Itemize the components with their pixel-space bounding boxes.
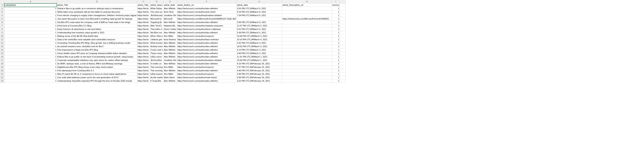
cell-A21[interactable]: 1 [4,72,57,76]
cell-G12[interactable]: 3:42 PM UTC‚Ä¢March 4, 2021 [236,41,282,45]
cell-H22[interactable] [282,76,332,79]
cell-H21[interactable] [282,72,332,76]
cell-J3[interactable] [340,10,346,14]
cell-F22[interactable]: https://techcrunch.com/author/mark-harri… [177,76,236,79]
cell-F15[interactable]: https://techcrunch.com/author/alex-wilhe… [177,52,236,55]
cell-B3[interactable]: White-label voice assistants will win th… [57,10,137,14]
cell-D17[interactable]: ‚ÄúYou‚Äôre [150,59,164,62]
cell-B19[interactable]: DigitalOcean‚Äôs IPO filing shows a two-… [57,66,137,69]
cell-J16[interactable] [340,55,346,59]
cell-A14[interactable]: 1 [4,48,57,52]
cell-J4[interactable] [340,14,346,17]
cell-G16[interactable]: 11:41 PM UTC‚Ä¢March 1, 2021 [236,55,282,59]
cell-I10[interactable]: 1 [332,35,340,38]
cell-H20[interactable] [282,69,332,72]
cell-I23[interactable]: 1 [332,79,340,83]
cell-A15[interactable]: 1 [4,52,57,55]
row-header[interactable]: 4 [0,14,4,17]
cell-E23[interactable]: Alex Wilheln [164,79,177,83]
cell-E7[interactable]: Natasha Ma [164,24,177,28]
cell-G15[interactable]: 3:46 PM UTC‚Ä¢March 2, 2021 [236,52,282,55]
cell-C16[interactable]: https://techc [137,55,150,59]
cell-H4[interactable] [282,14,332,17]
cell-H5[interactable]: https://mktoevents.com/Microsoft+Event/2… [282,17,332,21]
cell-B2[interactable]: Global-e files to go public as e-commerc… [57,7,137,10]
cell-J10[interactable] [340,35,346,38]
cell-D3[interactable]: The voice as [150,10,164,14]
cell-I18[interactable]: 1 [332,62,340,66]
cell-F23[interactable]: https://techcrunch.com/author/alex-wilhe… [177,79,236,83]
cell-J22[interactable] [340,76,346,79]
cell-I22[interactable]: 1 [332,76,340,79]
cell-A17[interactable]: 1 [4,59,57,62]
cell-C13[interactable]: https://techc [137,45,150,48]
row-header[interactable]: 5 [0,17,4,21]
cell-F4[interactable]: https://techcrunch.com/author/jonathan-s… [177,14,236,17]
cell-G11[interactable]: 10:16 PM UTC‚Ä¢March 4, 2021 [236,38,282,41]
cell-I13[interactable]: 1 [332,45,340,48]
cell-E8[interactable]: Devin Coldev [164,28,177,31]
row-header[interactable]: 21 [0,72,4,76]
cell-D19[interactable]: This morning [150,66,164,69]
cell-H16[interactable] [282,55,332,59]
cell-C20[interactable]: https://techc [137,69,150,72]
cell-J23[interactable] [340,79,346,83]
row-header[interactable]: 3 [0,10,4,14]
cell-B15[interactable]: Oscar Health raises IPO price as Coupang… [57,52,137,55]
cell-C10[interactable]: https://techc [137,35,150,38]
cell-H3[interactable] [282,10,332,14]
cell-A13[interactable]: 1 [4,45,57,48]
cell-E17[interactable]: Jonathan Shi [164,59,177,62]
cell-I7[interactable]: 1 [332,24,340,28]
cell-I2[interactable]: 1 [332,7,340,10]
cell-E15[interactable]: Alex Wilheln [164,52,177,55]
cell-C17[interactable]: https://techc [137,59,150,62]
cell-H11[interactable] [282,38,332,41]
row-header[interactable]: 13 [0,45,4,48]
cell-B10[interactable]: Making sense of the $6.5B Okta-Auth0 dea… [57,35,137,38]
column-header-I[interactable]: I [332,0,340,4]
cell-B20[interactable]: Five takeaways from Coinbase‚Äôs S-1 [57,69,137,72]
cell-F8[interactable]: https://techcrunch.com/author/devin-cold… [177,28,236,31]
cell-H7[interactable] [282,24,332,28]
cell-E2[interactable]: Alex Wilheln [164,7,177,10]
row-header[interactable]: 18 [0,62,4,66]
cell-A8[interactable]: 1 [4,28,57,31]
cell-E6[interactable]: Alex Wilheln [164,21,177,24]
cell-C18[interactable]: https://techc [137,62,150,66]
cell-F1[interactable]: article_Author_url [177,4,236,7]
cell-F20[interactable]: https://techcrunch.com/author/alex-wilhe… [177,69,236,72]
cell-C15[interactable]: https://techc [137,52,150,55]
cell-I9[interactable]: 1 [332,31,340,35]
cell-G13[interactable]: 10:53 PM UTC‚Ä¢March 3, 2021 [236,45,282,48]
cell-I4[interactable]: 1 [332,14,340,17]
cell-G20[interactable]: 4:40 PM UTC‚Ä¢February 25, 2021 [236,69,282,72]
cell-I5[interactable]: 1 [332,17,340,21]
column-header-D[interactable]: D [150,0,164,4]
cell-C11[interactable]: https://techc [137,38,150,41]
cell-B12[interactable]: Unraveling ThredUp‚Äôs IPO filing: Slow … [57,41,137,45]
cell-D8[interactable]: There‚Äôs m [150,28,164,31]
cell-J11[interactable] [340,38,346,41]
column-header-B[interactable]: B [57,0,137,4]
cell-F19[interactable]: https://techcrunch.com/author/ronjourn/ [177,66,236,69]
cell-J7[interactable] [340,24,346,28]
cell-H9[interactable] [282,31,332,35]
cell-F14[interactable]: https://techcrunch.com/author/alex-wilhe… [177,48,236,52]
cell-D13[interactable]: Activist inves [150,45,164,48]
cell-C8[interactable]: https://techc [137,28,150,31]
cell-B16[interactable]: Kaltura files to go public on the back o… [57,55,137,59]
cell-A9[interactable]: 1 [4,31,57,35]
row-header[interactable]: 8 [0,28,4,31]
cell-A19[interactable]: 1 [4,66,57,69]
cell-I15[interactable]: 1 [332,52,340,55]
cell-C7[interactable]: https://techc [137,24,150,28]
cell-D5[interactable]: Microsoft kn [150,17,164,21]
column-header-H[interactable]: H [282,0,332,4]
row-header[interactable]: 16 [0,55,4,59]
cell-G17[interactable]: 10:49 PM UTC‚Ä¢March 1, 2021 [236,59,282,62]
row-header[interactable]: 2 [0,7,4,10]
cell-C9[interactable]: https://techc [137,31,150,35]
row-header[interactable]: 19 [0,66,4,69]
cell-H14[interactable] [282,48,332,52]
